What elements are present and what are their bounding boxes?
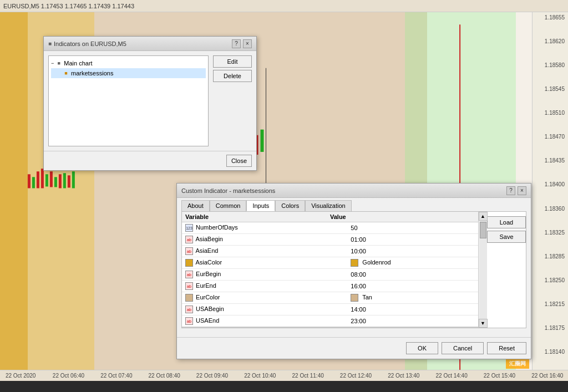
price-label-6: 1.18435 <box>534 157 567 164</box>
svg-rect-29 <box>72 171 75 188</box>
indicators-dialog: ■ Indicators on EURUSD,M5 ? × − ■ Main c… <box>43 36 257 171</box>
time-label-8: 22 Oct 13:40 <box>386 373 422 379</box>
svg-rect-18 <box>261 130 264 152</box>
table-row[interactable]: ab AsiaEnd 10:00 <box>182 246 478 257</box>
table-row[interactable]: ab AsiaBegin 01:00 <box>182 234 478 246</box>
ci-help-button[interactable]: ? <box>506 186 515 195</box>
tab-colors[interactable]: Colors <box>275 200 305 211</box>
price-label-7: 1.18400 <box>534 181 567 187</box>
price-axis: 1.18655 1.18620 1.18580 1.18545 1.18510 … <box>532 12 568 381</box>
ci-tabs: About Common Inputs Colors Visualization <box>177 198 531 211</box>
ci-titlebar: Custom Indicator - marketsessions ? × <box>177 184 531 198</box>
row-icon-ab: ab <box>185 236 193 243</box>
price-label-14: 1.18140 <box>534 349 567 355</box>
row-icon-ab4: ab <box>185 282 193 290</box>
watermark: 汇圈网 <box>506 359 529 369</box>
variable-cell: ab USABegin <box>182 304 347 315</box>
time-label-4: 22 Oct 09:40 <box>194 373 230 379</box>
svg-rect-19 <box>28 174 31 188</box>
indicator-icon: ■ <box>62 69 70 77</box>
variable-name: EurBegin <box>196 271 221 277</box>
edit-button[interactable]: Edit <box>213 55 252 68</box>
reset-button[interactable]: Reset <box>487 342 526 354</box>
scroll-up-arrow[interactable]: ▲ <box>479 212 488 221</box>
row-icon-ab5: ab <box>185 306 193 313</box>
tab-about[interactable]: About <box>181 200 210 211</box>
svg-rect-23 <box>45 174 48 186</box>
close-button[interactable]: Close <box>226 155 252 167</box>
value-cell[interactable]: 14:00 <box>347 304 478 315</box>
variable-name: AsiaBegin <box>195 236 223 242</box>
value-cell[interactable]: 23:00 <box>347 315 478 328</box>
price-label-3: 1.18545 <box>534 86 567 92</box>
variable-cell: ab EurEnd <box>182 281 347 292</box>
ci-right-section <box>177 328 531 337</box>
row-icon-ab6: ab <box>185 317 193 325</box>
marketsessions-label: marketsessions <box>71 70 113 77</box>
table-row[interactable]: ab USAEnd 23:00 <box>182 315 478 328</box>
row-icon-ab3: ab <box>185 271 193 278</box>
variable-name: EurEnd <box>196 282 216 289</box>
chart-header: EURUSD,M5 1.17453 1.17465 1.17439 1.1744… <box>0 0 568 12</box>
table-row[interactable]: AsiaColor Goldenrod <box>182 257 478 269</box>
price-label-4: 1.18510 <box>534 110 567 116</box>
price-label-2: 1.18580 <box>534 62 567 68</box>
tab-visualization[interactable]: Visualization <box>305 200 352 211</box>
value-cell[interactable]: 50 <box>347 222 478 234</box>
save-button[interactable]: Save <box>487 231 526 243</box>
tree-marketsessions[interactable]: ■ marketsessions <box>51 68 206 78</box>
value-cell[interactable]: 16:00 <box>347 281 478 292</box>
scroll-track[interactable] <box>479 221 487 319</box>
custom-indicator-dialog: Custom Indicator - marketsessions ? × Ab… <box>176 183 531 359</box>
price-label-5: 1.18470 <box>534 134 567 140</box>
load-button[interactable]: Load <box>487 216 526 228</box>
variable-name: EurColor <box>196 294 220 301</box>
ci-main-body: Variable Value 123 NumberOfDays 50 a <box>181 211 526 328</box>
variable-cell: AsiaColor <box>182 257 347 269</box>
delete-button[interactable]: Delete <box>213 70 252 82</box>
table-row[interactable]: ab EurEnd 16:00 <box>182 281 478 292</box>
time-label-11: 22 Oct 16:40 <box>529 373 566 379</box>
indicators-titlebar: ■ Indicators on EURUSD,M5 ? × <box>44 37 256 51</box>
col-header-value: Value <box>330 213 475 220</box>
variable-cell: ab USAEnd <box>182 315 347 328</box>
ci-dialog-controls: ? × <box>506 186 526 195</box>
value-cell[interactable]: 08:00 <box>347 269 478 281</box>
svg-rect-25 <box>54 177 57 187</box>
svg-rect-26 <box>59 174 62 188</box>
time-label-5: 22 Oct 10:40 <box>242 373 278 379</box>
time-label-2: 22 Oct 07:40 <box>98 373 135 379</box>
table-row[interactable]: EurColor Tan <box>182 292 478 304</box>
cancel-button[interactable]: Cancel <box>442 342 484 354</box>
table-row[interactable]: 123 NumberOfDays 50 <box>182 222 478 234</box>
ci-inputs-table: 123 NumberOfDays 50 ab AsiaBegin 01:00 <box>182 222 478 328</box>
value-cell[interactable]: Goldenrod <box>347 257 478 269</box>
tab-inputs[interactable]: Inputs <box>246 200 275 211</box>
help-button[interactable]: ? <box>232 39 241 48</box>
table-row[interactable]: ab USABegin 14:00 <box>182 304 478 315</box>
variable-name: AsiaColor <box>195 259 222 266</box>
value-cell[interactable]: Tan <box>347 292 478 304</box>
price-label-9: 1.18325 <box>534 230 567 236</box>
table-row[interactable]: ab EurBegin 08:00 <box>182 269 478 281</box>
chart-title: EURUSD,M5 1.17453 1.17465 1.17439 1.1744… <box>3 3 134 9</box>
col-header-variable: Variable <box>185 213 330 220</box>
ci-table-header: Variable Value <box>182 212 478 222</box>
time-label-9: 22 Oct 14:40 <box>433 373 470 379</box>
scroll-thumb[interactable] <box>480 222 486 238</box>
ci-close-x-button[interactable]: × <box>518 186 526 195</box>
price-label-8: 1.18360 <box>534 206 567 212</box>
tree-expand-icon[interactable]: − <box>51 60 54 66</box>
ci-title: Custom Indicator - marketsessions <box>181 187 275 194</box>
variable-cell: EurColor <box>182 292 347 304</box>
tab-common[interactable]: Common <box>210 200 247 211</box>
time-label-0: 22 Oct 2020 <box>2 373 39 379</box>
scroll-down-arrow[interactable]: ▼ <box>479 319 488 328</box>
ok-button[interactable]: OK <box>406 342 438 354</box>
ci-footer: OK Cancel Reset <box>177 337 531 359</box>
value-cell[interactable]: 01:00 <box>347 234 478 246</box>
variable-cell: 123 NumberOfDays <box>182 222 347 234</box>
value-cell[interactable]: 10:00 <box>347 246 478 257</box>
price-label-0: 1.18655 <box>534 14 567 21</box>
close-x-button[interactable]: × <box>243 39 252 48</box>
